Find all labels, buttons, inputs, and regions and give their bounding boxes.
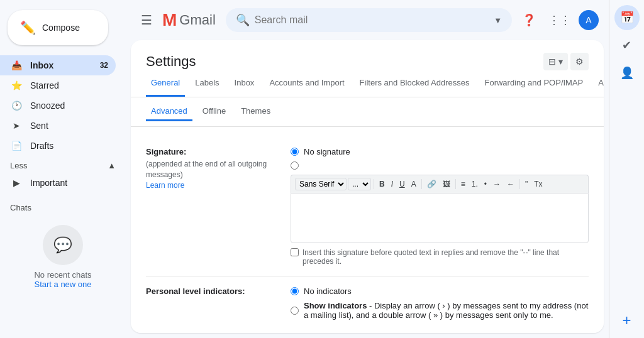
settings-themes-button[interactable]: ⚙ [570, 53, 589, 70]
signature-row: Signature: (appended at the end of all o… [146, 137, 589, 276]
sub-tab-advanced[interactable]: Advanced [146, 102, 192, 121]
signature-align-btn[interactable]: ≡ [458, 178, 468, 190]
gmail-logo: M Gmail [162, 10, 216, 30]
tab-general[interactable]: General [146, 70, 185, 97]
right-panel-btn-1[interactable]: 📅 [614, 5, 640, 30]
signature-checkbox-label: Insert this signature before quoted text… [303, 248, 589, 266]
sidebar-item-label: Drafts [30, 141, 108, 151]
snooze-icon: 🕐 [10, 101, 23, 111]
personal-level-label-col: Personal level indicators: [146, 286, 291, 325]
personal-level-no-radio[interactable] [291, 287, 299, 295]
signature-outdent-btn[interactable]: ← [504, 178, 517, 190]
search-dropdown-icon[interactable]: ▼ [494, 16, 502, 25]
search-input[interactable] [255, 14, 489, 26]
signature-removeformat-btn[interactable]: Tx [531, 178, 545, 190]
signature-learn-more-link[interactable]: Learn more [146, 181, 184, 190]
compose-button[interactable]: ✏️ Compose [8, 10, 108, 45]
logo-text: Gmail [179, 12, 215, 28]
sub-tab-offline[interactable]: Offline [197, 102, 231, 121]
tab-inbox[interactable]: Inbox [230, 70, 260, 97]
signature-toolbar: Sans Serif ... B I U A 🔗 🖼 [291, 175, 589, 193]
signature-editor[interactable] [291, 193, 589, 243]
sidebar-item-starred[interactable]: ⭐ Starred [0, 75, 116, 95]
tab-filters[interactable]: Filters and Blocked Addresses [355, 70, 475, 97]
sidebar-item-label: Snoozed [30, 101, 108, 111]
tab-labels[interactable]: Labels [190, 70, 224, 97]
signature-indent-btn[interactable]: → [491, 178, 503, 190]
sidebar-item-label: Inbox [30, 60, 100, 70]
avatar[interactable]: A [579, 10, 599, 30]
signature-label-title: Signature: [146, 147, 291, 156]
toolbar-divider-3 [455, 179, 456, 189]
sidebar-item-snoozed[interactable]: 🕐 Snoozed [0, 95, 116, 116]
signature-textcolor-btn[interactable]: A [409, 178, 419, 190]
signature-insert-checkbox[interactable] [291, 248, 299, 256]
tab-forwarding[interactable]: Forwarding and POP/IMAP [479, 70, 588, 97]
signature-no-label: No signature [304, 147, 350, 156]
right-panel-add-button[interactable]: + [614, 308, 640, 333]
signature-value-col: No signature Sans Serif ... B [291, 147, 589, 266]
sidebar: ✏️ Compose 📥 Inbox 32 ⭐ Starred 🕐 Snooze… [0, 0, 126, 338]
chats-section: Chats [0, 198, 126, 215]
signature-italic-btn[interactable]: I [389, 178, 396, 190]
compose-label: Compose [42, 23, 80, 33]
signature-image-btn[interactable]: 🖼 [440, 178, 453, 190]
tab-accounts[interactable]: Accounts and Import [264, 70, 349, 97]
settings-sub-tabs: Advanced Offline Themes [131, 97, 604, 127]
signature-label-col: Signature: (appended at the end of all o… [146, 147, 291, 266]
personal-level-row: Personal level indicators: No indicators… [146, 276, 589, 333]
sidebar-item-important[interactable]: ▶ Important [0, 173, 116, 193]
signature-label-desc: (appended at the end of all outgoing mes… [146, 159, 291, 180]
apps-button[interactable]: ⋮⋮ [543, 8, 576, 32]
right-panel-btn-2[interactable]: ✔ [614, 33, 640, 58]
right-panel: 📅 ✔ 👤 + [609, 0, 644, 338]
settings-toolbar: ⊟ ▾ ⚙ [543, 53, 589, 70]
settings-title: Settings [146, 53, 196, 70]
signature-no-radio[interactable] [291, 148, 299, 156]
settings-density-button[interactable]: ⊟ ▾ [543, 53, 568, 70]
toolbar-divider-1 [374, 179, 374, 189]
menu-button[interactable]: ☰ [136, 8, 157, 33]
star-icon: ⭐ [10, 80, 23, 90]
signature-size-select[interactable]: ... [348, 178, 371, 190]
no-chats-text: No recent chats [10, 270, 116, 280]
inbox-icon: 📥 [10, 60, 23, 70]
help-button[interactable]: ❓ [517, 8, 541, 32]
toolbar-divider-4 [519, 179, 520, 189]
drafts-icon: 📄 [10, 141, 23, 151]
personal-level-show-label: Show indicators - Display an arrow ( › )… [304, 301, 589, 320]
sidebar-item-sent[interactable]: ➤ Sent [0, 116, 116, 136]
signature-underline-btn[interactable]: U [397, 178, 408, 190]
chevron-up-icon: ▲ [108, 161, 116, 170]
sidebar-item-drafts[interactable]: 📄 Drafts [0, 136, 116, 156]
start-new-chat-link[interactable]: Start a new one [34, 280, 91, 289]
less-section: Less ▲ [0, 156, 126, 173]
personal-level-show-option: Show indicators - Display an arrow ( › )… [291, 301, 589, 320]
personal-level-label-title: Personal level indicators: [146, 286, 291, 296]
sub-tab-themes[interactable]: Themes [236, 102, 275, 121]
settings-container: Settings ⊟ ▾ ⚙ General Labels Inbox Acco… [131, 40, 604, 333]
signature-bold-btn[interactable]: B [377, 178, 387, 190]
signature-custom-radio[interactable] [291, 161, 299, 170]
signature-ul-btn[interactable]: • [482, 178, 489, 190]
signature-custom-option [291, 161, 589, 170]
sent-icon: ➤ [10, 121, 23, 131]
sidebar-item-inbox[interactable]: 📥 Inbox 32 [0, 55, 116, 75]
sidebar-item-label: Starred [30, 80, 108, 90]
signature-ol-btn[interactable]: 1. [469, 178, 480, 190]
signature-quote-btn[interactable]: " [523, 178, 530, 190]
personal-level-no-option: No indicators [291, 286, 589, 296]
signature-link-btn[interactable]: 🔗 [425, 178, 439, 190]
personal-level-show-radio[interactable] [291, 307, 299, 315]
compose-icon: ✏️ [20, 20, 36, 35]
search-icon: 🔍 [236, 13, 250, 27]
main-area: ☰ M Gmail 🔍 ▼ ❓ ⋮⋮ A Settings ⊟ ▾ ⚙ Gene… [126, 0, 609, 338]
signature-no-option: No signature [291, 147, 589, 156]
personal-level-value-col: No indicators Show indicators - Display … [291, 286, 589, 325]
inbox-count: 32 [100, 61, 108, 70]
topbar-actions: ❓ ⋮⋮ A [517, 8, 599, 32]
right-panel-btn-3[interactable]: 👤 [614, 60, 640, 85]
tab-addons[interactable]: Add-ons [593, 70, 604, 97]
signature-font-select[interactable]: Sans Serif [295, 178, 347, 190]
logo-m: M [162, 10, 177, 30]
